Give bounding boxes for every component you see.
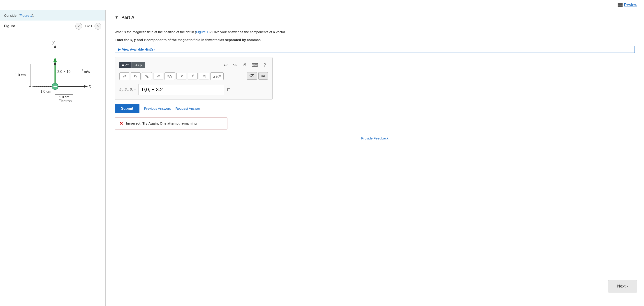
svg-text:1.0 cm: 1.0 cm xyxy=(59,95,69,99)
next-btn-container: Next › xyxy=(608,280,637,292)
svg-text:1.0 cm: 1.0 cm xyxy=(15,73,26,77)
backspace-btn[interactable]: ⌫ xyxy=(247,72,257,80)
svg-text:y: y xyxy=(52,40,54,44)
figure-next-btn[interactable]: > xyxy=(94,23,101,30)
feedback-link[interactable]: Provide Feedback xyxy=(115,136,635,140)
keyboard-toggle-btn[interactable]: ⌨ xyxy=(258,72,268,80)
part-title: Part A xyxy=(122,15,134,20)
math-input-row: Bx, By, Bz = fT xyxy=(119,84,268,95)
svg-text:m/s: m/s xyxy=(84,70,90,74)
review-icon xyxy=(618,4,622,7)
svg-marker-6 xyxy=(84,85,88,88)
figure-header: Figure < 1 of 1 > xyxy=(4,23,101,30)
toolbar-btn-group: ■ √□ ΑΣφ xyxy=(119,62,145,68)
sym-vector[interactable]: x⃗ xyxy=(176,73,186,80)
greek-mode-label: ΑΣφ xyxy=(135,63,142,67)
request-answer-link[interactable]: Request Answer xyxy=(175,106,200,110)
math-toolbar: ■ √□ ΑΣφ ↩ ↪ ↺ ⌨ ? xyxy=(119,62,268,68)
part-header: ▼ Part A xyxy=(115,10,635,24)
svg-rect-1 xyxy=(618,6,620,7)
help-btn[interactable]: ? xyxy=(262,62,268,68)
sym-nth-root[interactable]: n√x xyxy=(164,72,175,80)
review-label: Review xyxy=(624,3,637,8)
review-link[interactable]: Review xyxy=(618,3,637,8)
figure-title: Figure xyxy=(4,24,15,28)
math-mode-label: √□ xyxy=(125,63,129,67)
main-layout: Consider (Figure 1). Figure < 1 of 1 > xyxy=(0,10,644,306)
sym-abs[interactable]: |x| xyxy=(199,73,209,80)
svg-point-22 xyxy=(54,63,56,65)
greek-mode-btn[interactable]: ΑΣφ xyxy=(132,62,145,68)
figure-count: 1 of 1 xyxy=(84,24,92,28)
right-panel: ▼ Part A What is the magnetic field at t… xyxy=(106,10,644,306)
error-icon: ✕ xyxy=(119,121,123,126)
svg-text:7: 7 xyxy=(82,69,83,72)
math-input-container: ■ √□ ΑΣφ ↩ ↪ ↺ ⌨ ? xa xb xyxy=(115,57,272,100)
math-label: Bx, By, Bz = xyxy=(119,88,136,92)
sym-fraction[interactable]: a⁄b xyxy=(142,72,152,80)
question-bold: Enter the x, y and z components of the m… xyxy=(115,38,635,42)
sym-sci-notation[interactable]: x·10n xyxy=(210,72,224,80)
svg-rect-2 xyxy=(620,4,622,5)
sym-row-right: ⌫ ⌨ xyxy=(247,72,268,80)
math-mode-btn[interactable]: ■ √□ xyxy=(119,62,132,68)
figure-1-link-left[interactable]: Figure 1 xyxy=(20,14,32,18)
sym-hat[interactable]: x̂ xyxy=(188,73,198,80)
action-row: Submit Previous Answers Request Answer xyxy=(115,104,635,113)
consider-box: Consider (Figure 1). xyxy=(0,10,106,20)
svg-text:x: x xyxy=(89,84,91,88)
sym-x-sub-b[interactable]: xb xyxy=(131,72,140,80)
redo-btn[interactable]: ↪ xyxy=(231,62,239,68)
question-text: What is the magnetic field at the positi… xyxy=(115,29,635,35)
next-label: Next › xyxy=(617,284,628,288)
hint-btn-label: View Available Hint(s) xyxy=(122,48,154,51)
error-text: Incorrect; Try Again; One attempt remain… xyxy=(126,122,197,125)
sym-x-power-a[interactable]: xa xyxy=(119,72,129,80)
undo-btn[interactable]: ↩ xyxy=(222,62,230,68)
next-button[interactable]: Next › xyxy=(608,280,637,292)
svg-marker-7 xyxy=(54,45,56,48)
physics-diagram: x y 2.0 × 10 7 m/s xyxy=(10,37,96,114)
submit-button[interactable]: Submit xyxy=(115,104,140,113)
keyboard-btn[interactable]: ⌨ xyxy=(250,62,260,68)
math-unit: fT xyxy=(227,88,230,92)
figure-section: Figure < 1 of 1 > xyxy=(0,20,106,306)
sym-sqrt[interactable]: √x xyxy=(153,73,163,80)
figure-nav: < 1 of 1 > xyxy=(75,23,101,30)
svg-text:2.0 × 10: 2.0 × 10 xyxy=(57,70,70,74)
diagram-container: x y 2.0 × 10 7 m/s xyxy=(4,32,101,118)
math-input-field[interactable] xyxy=(138,84,224,95)
hint-arrow-icon: ▶ xyxy=(118,48,121,51)
svg-text:Electron: Electron xyxy=(58,99,72,103)
svg-text:1.0 cm: 1.0 cm xyxy=(40,90,51,94)
figure-prev-btn[interactable]: < xyxy=(75,23,82,30)
figure-1-link-right[interactable]: Figure 1 xyxy=(196,30,208,34)
svg-rect-3 xyxy=(620,6,622,7)
part-toggle[interactable]: ▼ xyxy=(115,15,119,20)
left-panel: Consider (Figure 1). Figure < 1 of 1 > xyxy=(0,10,106,306)
svg-marker-13 xyxy=(54,57,57,62)
error-box: ✕ Incorrect; Try Again; One attempt rema… xyxy=(115,117,228,130)
previous-answers-link[interactable]: Previous Answers xyxy=(144,106,171,110)
hint-button[interactable]: ▶ View Available Hint(s) xyxy=(115,46,635,53)
math-mode-icon: ■ xyxy=(122,63,124,67)
top-bar: Review xyxy=(0,0,644,10)
refresh-btn[interactable]: ↺ xyxy=(240,62,248,68)
svg-rect-0 xyxy=(618,4,620,5)
consider-text: Consider (Figure 1). xyxy=(4,14,34,18)
math-symbols-row: xa xb a⁄b √x n√x x⃗ x̂ |x| x·10n xyxy=(119,72,224,80)
